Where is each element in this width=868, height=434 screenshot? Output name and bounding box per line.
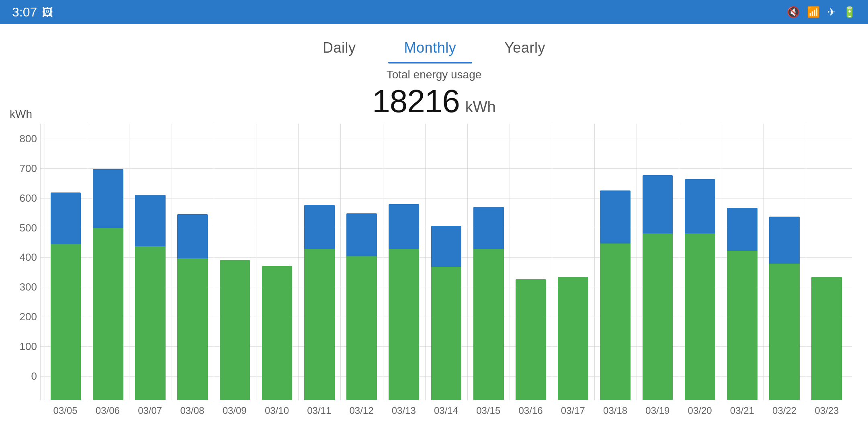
bar-green — [304, 249, 335, 400]
bar-blue — [135, 195, 166, 247]
bar-blue — [473, 207, 504, 249]
bars-and-grid — [40, 124, 852, 400]
bar-green — [600, 244, 631, 400]
bar-stack — [516, 279, 546, 400]
bar-stack — [473, 207, 504, 400]
y-tick-label: 400 — [20, 251, 37, 264]
y-axis-kwh: kWh — [10, 108, 32, 121]
bar-group — [45, 124, 87, 400]
bar-blue — [727, 208, 757, 251]
x-axis: 03/0503/0603/0703/0803/0903/1003/1103/12… — [40, 400, 852, 421]
bar-group — [340, 124, 383, 400]
bar-group — [763, 124, 805, 400]
bar-stack — [389, 204, 419, 400]
summary-section: Total energy usage 18216 kWh — [0, 68, 868, 120]
bar-blue — [769, 217, 800, 264]
x-tick-label: 03/23 — [806, 405, 848, 416]
tab-bar: Daily Monthly Yearly — [0, 24, 868, 63]
bar-blue — [346, 213, 377, 257]
status-icons: 🔇 📶 ✈ 🔋 — [787, 6, 856, 18]
y-tick-label: 700 — [20, 162, 37, 174]
bar-group — [721, 124, 763, 400]
bar-stack — [600, 190, 631, 400]
mute-icon: 🔇 — [787, 6, 800, 18]
chart-area: 8007006005004003002001000kWh 03/0503/060… — [0, 124, 868, 421]
bar-stack — [811, 277, 842, 400]
bars-row — [41, 124, 852, 400]
bar-green — [685, 233, 715, 400]
x-tick-label: 03/16 — [510, 405, 552, 416]
bar-stack — [177, 214, 208, 400]
x-tick-label: 03/09 — [213, 405, 256, 416]
summary-value-row: 18216 kWh — [372, 83, 495, 120]
x-tick-label: 03/17 — [552, 405, 594, 416]
bar-group — [467, 124, 510, 400]
time-text: 3:07 — [12, 5, 37, 20]
bar-blue — [93, 169, 123, 228]
y-tick-label: 600 — [20, 192, 37, 204]
bar-green — [177, 258, 208, 400]
bar-stack — [51, 192, 81, 400]
bar-green — [431, 267, 462, 400]
x-tick-label: 03/21 — [721, 405, 763, 416]
bar-blue — [51, 192, 81, 244]
y-tick-label: 100 — [20, 340, 37, 353]
tab-monthly[interactable]: Monthly — [380, 35, 481, 63]
x-tick-label: 03/06 — [86, 405, 129, 416]
bar-group — [256, 124, 298, 400]
y-tick-label: 800 — [20, 132, 37, 145]
bar-group — [298, 124, 340, 400]
bar-green — [473, 249, 504, 400]
bar-green — [93, 228, 123, 400]
bar-group — [383, 124, 425, 400]
bar-stack — [643, 175, 673, 400]
x-tick-label: 03/18 — [594, 405, 636, 416]
bar-blue — [431, 226, 462, 267]
bar-green — [643, 233, 673, 400]
bar-blue — [304, 205, 335, 249]
bar-group — [552, 124, 594, 400]
x-tick-label: 03/22 — [764, 405, 806, 416]
image-icon: 🖼 — [42, 6, 53, 19]
x-tick-label: 03/20 — [679, 405, 721, 416]
x-tick-label: 03/14 — [425, 405, 467, 416]
bar-group — [172, 124, 214, 400]
bar-green — [558, 277, 588, 400]
x-tick-label: 03/11 — [298, 405, 340, 416]
summary-value: 18216 — [372, 83, 459, 120]
airplane-icon: ✈ — [827, 6, 836, 18]
bar-blue — [643, 175, 673, 233]
x-tick-label: 03/10 — [256, 405, 298, 416]
x-tick-label: 03/13 — [383, 405, 425, 416]
tab-daily[interactable]: Daily — [299, 35, 380, 63]
status-time: 3:07 🖼 — [12, 5, 53, 20]
bar-green — [135, 246, 166, 400]
status-bar: 3:07 🖼 🔇 📶 ✈ 🔋 — [0, 0, 868, 24]
bar-green — [262, 266, 293, 400]
bar-stack — [346, 213, 377, 400]
bar-green — [769, 264, 800, 400]
chart-body: 03/0503/0603/0703/0803/0903/1003/1103/12… — [40, 124, 852, 421]
y-tick-label: 200 — [20, 311, 37, 323]
y-tick-label: 300 — [20, 281, 37, 293]
bar-stack — [685, 179, 715, 400]
bar-group — [594, 124, 637, 400]
y-tick-label: 500 — [20, 221, 37, 234]
bar-group — [679, 124, 721, 400]
tab-yearly[interactable]: Yearly — [480, 35, 569, 63]
bar-stack — [304, 205, 335, 400]
bar-green — [346, 256, 377, 400]
bar-group — [806, 124, 848, 400]
bar-stack — [220, 260, 250, 400]
x-tick-label: 03/12 — [340, 405, 383, 416]
bar-blue — [685, 179, 715, 233]
bar-green — [51, 244, 81, 400]
x-tick-label: 03/05 — [44, 405, 86, 416]
bar-blue — [600, 190, 631, 244]
bar-group — [214, 124, 256, 400]
bar-group — [637, 124, 679, 400]
battery-icon: 🔋 — [843, 6, 856, 18]
bar-green — [516, 279, 546, 400]
bar-stack — [558, 277, 588, 400]
x-tick-label: 03/08 — [171, 405, 213, 416]
